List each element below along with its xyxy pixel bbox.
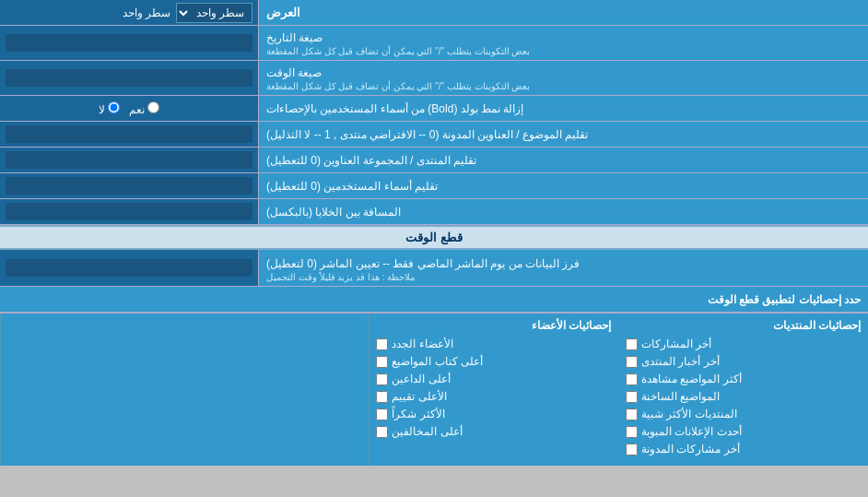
col1-title: إحصائيات المنتديات xyxy=(626,319,861,332)
cell-spacing-row: المسافة بين الخلايا (بالبكسل) 2 xyxy=(0,199,868,225)
time-format-row: صيغة الوقت بعض التكوينات يتطلب "/" التي … xyxy=(0,61,868,96)
time-format-input-area: H:i xyxy=(0,61,258,95)
main-container: العرض سطر واحد سطرين ثلاثة أسطر سطر واحد… xyxy=(0,0,868,466)
col2-title: إحصائيات الأعضاء xyxy=(376,319,611,332)
checkbox-forum-4[interactable] xyxy=(626,408,638,420)
time-format-label: صيغة الوقت بعض التكوينات يتطلب "/" التي … xyxy=(258,61,868,95)
cell-spacing-label: المسافة بين الخلايا (بالبكسل) xyxy=(258,199,868,224)
checkbox-forum-5[interactable] xyxy=(626,426,638,438)
checkbox-member-item-1: أعلى كتاب المواضيع xyxy=(376,355,611,368)
checkbox-item-2: أكثر المواضيع مشاهدة xyxy=(626,373,861,385)
checkbox-col-empty xyxy=(0,314,368,466)
trim-forum-input-area: 33 xyxy=(0,148,258,172)
checkbox-item-1: أخر أخبار المنتدى xyxy=(626,355,861,368)
header-input-area: سطر واحد سطرين ثلاثة أسطر سطر واحد xyxy=(0,0,258,25)
checkbox-col-forums: إحصائيات المنتديات أخر المشاركات أخر أخب… xyxy=(618,314,868,466)
checkbox-item-0: أخر المشاركات xyxy=(626,337,861,350)
checkboxes-area: إحصائيات المنتديات أخر المشاركات أخر أخب… xyxy=(0,313,868,466)
date-format-label: صيغة التاريخ بعض التكوينات يتطلب "/" الت… xyxy=(258,26,868,60)
cutoff-input-area: 0 xyxy=(0,250,258,286)
date-format-input[interactable]: d-m xyxy=(6,34,252,52)
trim-subject-input-area: 33 xyxy=(0,122,258,147)
checkbox-member-3[interactable] xyxy=(376,391,388,403)
bold-radio-group: نعم لا xyxy=(99,101,160,116)
trim-users-row: تقليم أسماء المستخدمين (0 للتعطيل) 0 xyxy=(0,173,868,199)
date-format-row: صيغة التاريخ بعض التكوينات يتطلب "/" الت… xyxy=(0,26,868,61)
cutoff-input[interactable]: 0 xyxy=(6,259,252,277)
checkbox-member-item-3: الأعلى تقييم xyxy=(376,390,611,403)
trim-users-input[interactable]: 0 xyxy=(6,177,252,195)
checkbox-item-5: أحدث الإعلانات المبوبة xyxy=(626,425,861,438)
cutoff-section-header: قطع الوقت xyxy=(0,225,868,250)
trim-forum-row: تقليم المنتدى / المجموعة العناوين (0 للت… xyxy=(0,148,868,173)
radio-no[interactable] xyxy=(108,101,120,113)
dropdown-label: سطر واحد xyxy=(123,6,170,19)
cutoff-row: فرز البيانات من يوم الماشر الماضي فقط --… xyxy=(0,250,868,287)
checkbox-member-5[interactable] xyxy=(376,426,388,438)
radio-yes[interactable] xyxy=(147,101,159,113)
cutoff-label: فرز البيانات من يوم الماشر الماضي فقط --… xyxy=(258,250,868,286)
trim-users-label: تقليم أسماء المستخدمين (0 للتعطيل) xyxy=(258,173,868,198)
time-format-input[interactable]: H:i xyxy=(6,69,252,87)
bold-stats-row: إزالة نمط بولد (Bold) من أسماء المستخدمي… xyxy=(0,96,868,122)
checkbox-forum-0[interactable] xyxy=(626,338,638,350)
checkbox-col-members: إحصائيات الأعضاء الأعضاء الجدد أعلى كتاب… xyxy=(368,314,618,466)
bold-stats-label: إزالة نمط بولد (Bold) من أسماء المستخدمي… xyxy=(258,96,868,121)
checkbox-member-0[interactable] xyxy=(376,338,388,350)
checkbox-forum-2[interactable] xyxy=(626,373,638,385)
checkbox-member-1[interactable] xyxy=(376,356,388,368)
trim-forum-input[interactable]: 33 xyxy=(6,151,252,169)
radio-yes-label: نعم xyxy=(129,101,159,116)
checkbox-member-item-4: الأكثر شكراً xyxy=(376,408,611,420)
checkbox-member-item-5: أعلى المخالفين xyxy=(376,425,611,438)
bold-stats-input-area: نعم لا xyxy=(0,96,258,121)
checkbox-member-4[interactable] xyxy=(376,408,388,420)
checkbox-item-4: المنتديات الأكثر شبية xyxy=(626,408,861,420)
checkbox-forum-6[interactable] xyxy=(626,444,638,456)
trim-subject-row: تقليم الموضوع / العناوين المدونة (0 -- ا… xyxy=(0,122,868,148)
checkbox-item-6: أخر مشاركات المدونة xyxy=(626,443,861,456)
trim-subject-input[interactable]: 33 xyxy=(6,125,252,143)
cell-spacing-input[interactable]: 2 xyxy=(6,203,252,220)
checkbox-member-2[interactable] xyxy=(376,373,388,385)
checkbox-member-item-0: الأعضاء الجدد xyxy=(376,337,611,350)
checkbox-item-3: المواضيع الساخنة xyxy=(626,390,861,403)
cell-spacing-input-area: 2 xyxy=(0,199,258,224)
display-dropdown[interactable]: سطر واحد سطرين ثلاثة أسطر xyxy=(176,3,252,23)
limit-row: حدد إحصائيات لتطبيق قطع الوقت xyxy=(0,287,868,313)
header-row: العرض سطر واحد سطرين ثلاثة أسطر سطر واحد xyxy=(0,0,868,26)
trim-forum-label: تقليم المنتدى / المجموعة العناوين (0 للت… xyxy=(258,148,868,172)
checkbox-member-item-2: أعلى الداعين xyxy=(376,373,611,385)
date-format-input-area: d-m xyxy=(0,26,258,60)
header-label: العرض xyxy=(258,0,868,25)
radio-no-label: لا xyxy=(99,101,120,116)
trim-subject-label: تقليم الموضوع / العناوين المدونة (0 -- ا… xyxy=(258,122,868,147)
limit-label: حدد إحصائيات لتطبيق قطع الوقت xyxy=(0,290,868,310)
trim-users-input-area: 0 xyxy=(0,173,258,198)
checkbox-forum-1[interactable] xyxy=(626,356,638,368)
checkbox-forum-3[interactable] xyxy=(626,391,638,403)
